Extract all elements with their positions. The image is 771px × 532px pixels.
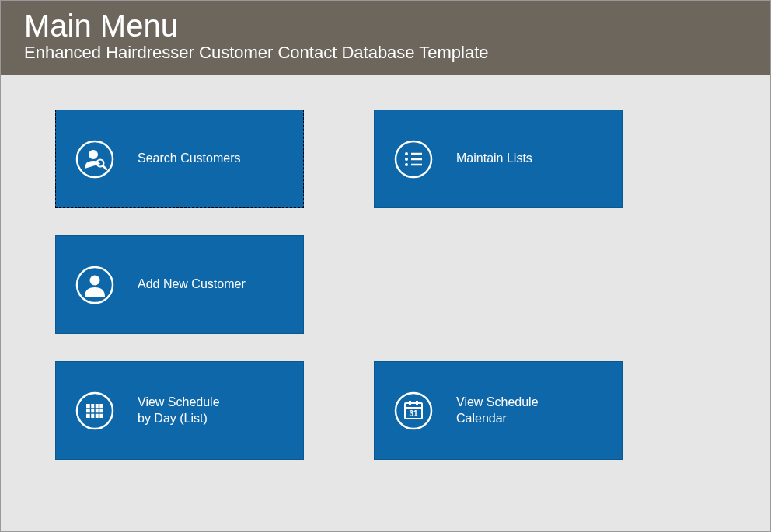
svg-point-12: [90, 275, 100, 285]
empty-cell: [374, 235, 623, 334]
tile-grid: Search Customers Maintain Lists: [55, 110, 716, 460]
tile-label: View Schedule Calendar: [456, 395, 539, 427]
svg-point-5: [405, 152, 408, 155]
tile-label: Maintain Lists: [456, 151, 532, 167]
calendar-date-icon: 31: [394, 391, 433, 430]
svg-rect-24: [416, 401, 418, 405]
tile-label: Add New Customer: [138, 276, 246, 293]
svg-point-0: [77, 141, 113, 177]
main-content: Search Customers Maintain Lists: [1, 75, 770, 495]
page-title: Main Menu: [24, 9, 747, 43]
schedule-calendar-tile[interactable]: 31 View Schedule Calendar: [374, 361, 623, 460]
search-customers-tile[interactable]: Search Customers: [55, 110, 304, 208]
page-subtitle: Enhanced Hairdresser Customer Contact Da…: [24, 43, 747, 63]
svg-point-9: [405, 163, 408, 166]
person-icon: [75, 266, 114, 304]
svg-text:31: 31: [409, 409, 418, 418]
calendar-grid-icon: [75, 391, 114, 430]
tile-label: Search Customers: [138, 151, 241, 167]
tile-label: View Schedule by Day (List): [138, 395, 220, 427]
svg-line-3: [103, 165, 106, 169]
search-person-icon: [75, 140, 114, 179]
list-icon: [394, 140, 433, 179]
header-bar: Main Menu Enhanced Hairdresser Customer …: [1, 1, 770, 75]
add-customer-tile[interactable]: Add New Customer: [55, 235, 304, 334]
schedule-by-day-tile[interactable]: View Schedule by Day (List): [55, 361, 304, 460]
svg-rect-23: [409, 401, 411, 405]
svg-point-7: [405, 158, 408, 161]
maintain-lists-tile[interactable]: Maintain Lists: [374, 110, 623, 208]
svg-point-1: [89, 150, 98, 159]
